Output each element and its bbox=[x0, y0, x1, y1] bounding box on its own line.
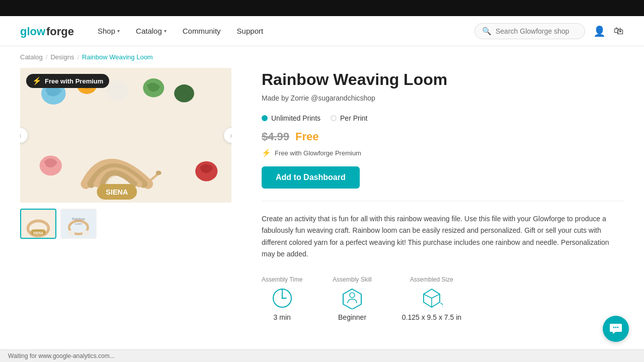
thumbnails: SIENA Rainbow Loom bbox=[20, 209, 231, 239]
logo-svg: glow forge bbox=[20, 23, 75, 39]
nav-shop[interactable]: Shop ▾ bbox=[92, 23, 126, 39]
product-author: Made by Zorrie @sugarandchicshop bbox=[262, 94, 624, 102]
free-badge: ⚡ Free with Premium bbox=[26, 74, 109, 88]
svg-point-7 bbox=[174, 84, 194, 102]
thumbnail-1[interactable]: SIENA bbox=[20, 209, 56, 239]
breadcrumb-current: Rainbow Weaving Loom bbox=[82, 53, 153, 61]
top-bar bbox=[0, 0, 644, 16]
chevron-down-icon: ▾ bbox=[164, 28, 167, 34]
product-description: Create an activity that is fun for all w… bbox=[262, 213, 624, 259]
per-print-dot bbox=[331, 115, 337, 121]
breadcrumb-sep-2: / bbox=[77, 53, 79, 61]
svg-point-23 bbox=[67, 230, 75, 236]
svg-text:Loom: Loom bbox=[75, 222, 82, 225]
nav-community[interactable]: Community bbox=[177, 23, 227, 39]
chevron-down-icon: ▾ bbox=[117, 28, 120, 34]
chat-icon bbox=[609, 322, 622, 335]
assembly-skill-value: Beginner bbox=[338, 313, 366, 321]
svg-point-24 bbox=[82, 230, 90, 236]
nav-icons: 👤 🛍 bbox=[593, 25, 624, 37]
breadcrumb: Catalog / Designs / Rainbow Weaving Loom bbox=[0, 46, 644, 68]
product-info: Rainbow Weaving Loom Made by Zorrie @sug… bbox=[262, 68, 624, 321]
svg-text:glow: glow bbox=[20, 25, 46, 38]
badge-label: Free with Premium bbox=[45, 77, 103, 85]
nav-links: Shop ▾ Catalog ▾ Community Support bbox=[92, 23, 474, 39]
search-icon: 🔍 bbox=[482, 27, 492, 36]
breadcrumb-designs[interactable]: Designs bbox=[50, 53, 74, 61]
main-image: ⚡ Free with Premium ‹ bbox=[20, 68, 231, 203]
per-print-option[interactable]: Per Print bbox=[331, 114, 367, 122]
product-svg: SIENA bbox=[20, 68, 231, 203]
add-to-dashboard-button[interactable]: Add to Dashboard bbox=[262, 166, 360, 189]
nav-catalog[interactable]: Catalog ▾ bbox=[130, 23, 173, 39]
thumbnail-2[interactable]: Rainbow Loom bbox=[60, 209, 97, 239]
product-images: ⚡ Free with Premium ‹ bbox=[20, 68, 231, 321]
timer-icon bbox=[271, 287, 293, 309]
svg-point-39 bbox=[617, 327, 619, 328]
svg-text:forge: forge bbox=[46, 25, 74, 38]
spec-assembled-size: Assembled Size 0.125 x 9.5 x 7.5 in bbox=[402, 276, 461, 321]
product-title: Rainbow Weaving Loom bbox=[262, 70, 624, 89]
svg-line-35 bbox=[424, 294, 432, 298]
svg-text:Rainbow: Rainbow bbox=[72, 217, 85, 221]
price-original: $4.99 bbox=[262, 130, 289, 143]
user-icon[interactable]: 👤 bbox=[593, 25, 606, 37]
pricing-toggle: Unlimited Prints Per Print bbox=[262, 114, 624, 122]
chat-button[interactable] bbox=[603, 316, 629, 341]
svg-point-33 bbox=[350, 293, 355, 298]
lightning-icon: ⚡ bbox=[32, 76, 42, 85]
svg-text:SIENA: SIENA bbox=[106, 188, 128, 196]
unlimited-prints-option[interactable]: Unlimited Prints bbox=[262, 114, 320, 122]
spec-assembly-skill: Assembly Skill Beginner bbox=[333, 276, 371, 321]
svg-point-38 bbox=[615, 327, 617, 328]
svg-point-37 bbox=[613, 327, 615, 328]
breadcrumb-catalog[interactable]: Catalog bbox=[20, 53, 43, 61]
logo[interactable]: glow forge bbox=[20, 23, 75, 39]
assembly-time-label: Assembly Time bbox=[262, 276, 302, 283]
per-print-label: Per Print bbox=[340, 114, 367, 122]
person-icon bbox=[341, 287, 363, 309]
spec-assembly-time: Assembly Time 3 min bbox=[262, 276, 302, 321]
price-row: $4.99 Free bbox=[262, 130, 624, 143]
svg-text:SIENA: SIENA bbox=[33, 231, 43, 235]
navbar: glow forge Shop ▾ Catalog ▾ Community Su… bbox=[0, 16, 644, 46]
assembled-size-label: Assembled Size bbox=[410, 276, 453, 283]
breadcrumb-sep-1: / bbox=[46, 53, 48, 61]
unlimited-prints-dot bbox=[262, 115, 268, 121]
assembled-size-value: 0.125 x 9.5 x 7.5 in bbox=[402, 313, 461, 321]
svg-point-5 bbox=[106, 81, 128, 101]
search-bar: 🔍 bbox=[474, 23, 585, 39]
assembly-time-value: 3 min bbox=[274, 313, 291, 321]
premium-note-text: Free with Glowforge Premium bbox=[275, 149, 361, 157]
specs-row: Assembly Time 3 min Assembly Skill bbox=[262, 276, 624, 321]
product-illustration: SIENA bbox=[20, 68, 231, 203]
premium-note: ⚡ Free with Glowforge Premium bbox=[262, 148, 624, 157]
premium-icon: ⚡ bbox=[262, 148, 271, 157]
search-input[interactable] bbox=[496, 27, 576, 35]
unlimited-prints-label: Unlimited Prints bbox=[271, 114, 320, 122]
assembly-skill-label: Assembly Skill bbox=[333, 276, 371, 283]
product-page: ⚡ Free with Premium ‹ bbox=[0, 68, 644, 341]
svg-point-16 bbox=[156, 171, 162, 175]
cube-icon bbox=[421, 287, 443, 309]
nav-support[interactable]: Support bbox=[231, 23, 270, 39]
divider bbox=[262, 201, 624, 201]
price-free: Free bbox=[295, 130, 318, 143]
cart-icon[interactable]: 🛍 bbox=[614, 25, 624, 37]
